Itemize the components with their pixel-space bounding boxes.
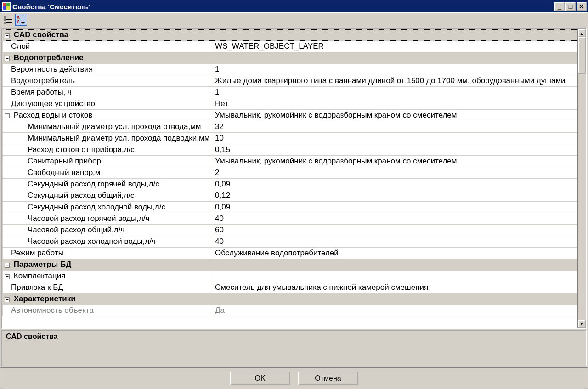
prop-sec-hot[interactable]: Секундный расход горячей воды,л/с 0,09 — [3, 179, 577, 190]
prop-consumer[interactable]: Водопотребитель Жилые дома квартирного т… — [3, 75, 577, 87]
collapse-icon[interactable]: − — [5, 263, 10, 268]
category-label: Водопотребление — [14, 53, 84, 62]
prop-free-head[interactable]: Свободный напор,м 2 — [3, 167, 577, 179]
categorized-view-button[interactable] — [2, 14, 14, 26]
prop-water-drain-flow[interactable]: − Расход воды и стоков Умывальник, руком… — [3, 110, 577, 121]
ok-button[interactable]: OK — [230, 372, 290, 385]
description-pane: CAD свойства — [1, 330, 587, 366]
collapse-icon[interactable]: − — [5, 113, 10, 118]
category-label: Характеристики — [14, 294, 76, 303]
title-bar[interactable]: Свойства 'Смеситель' _ □ ✕ — [0, 0, 588, 12]
toolbar: AZ — [0, 12, 588, 27]
prop-kit[interactable]: + Комплектация — [3, 271, 577, 282]
prop-drain-flow[interactable]: Расход стоков от прибора,л/с 0,15 — [3, 144, 577, 156]
expand-icon[interactable]: + — [5, 274, 10, 279]
prop-probability[interactable]: Вероятность действия 1 — [3, 64, 577, 75]
property-grid-body: − CAD свойства Слой WS_WATER_OBJECT_LAYE… — [3, 29, 577, 316]
category-water-consumption[interactable]: − Водопотребление — [3, 52, 577, 64]
collapse-icon[interactable]: − — [5, 56, 10, 61]
prop-sanitary-device[interactable]: Санитарный прибор Умывальник, рукомойник… — [3, 156, 577, 167]
cancel-button[interactable]: Отмена — [298, 372, 358, 385]
scroll-up-button[interactable]: ▲ — [578, 29, 586, 37]
collapse-icon[interactable]: − — [5, 297, 10, 302]
app-icon — [2, 2, 11, 11]
category-characteristics[interactable]: − Характеристики — [3, 293, 577, 305]
category-label: Параметры БД — [14, 260, 72, 269]
categorized-icon — [4, 16, 12, 24]
prop-mode[interactable]: Режим работы Обслуживание водопотребител… — [3, 248, 577, 259]
prop-autonomy[interactable]: Автономность объекта Да — [3, 305, 577, 316]
properties-window: Свойства 'Смеситель' _ □ ✕ AZ — [0, 0, 588, 389]
prop-sec-total[interactable]: Секундный расход общий,л/с 0,12 — [3, 190, 577, 202]
prop-sec-cold[interactable]: Секундный расход холодной воды,л/с 0,09 — [3, 202, 577, 213]
prop-min-d-in[interactable]: Минимальный диаметр усл. прохода подводк… — [3, 133, 577, 144]
prop-min-d-out[interactable]: Минимальный диаметр усл. прохода отвода,… — [3, 121, 577, 133]
collapse-icon[interactable]: − — [5, 33, 10, 38]
maximize-button[interactable]: □ — [565, 2, 576, 11]
property-grid: − CAD свойства Слой WS_WATER_OBJECT_LAYE… — [1, 28, 587, 329]
dialog-button-bar: OK Отмена — [0, 367, 588, 389]
prop-layer[interactable]: Слой WS_WATER_OBJECT_LAYER — [3, 41, 577, 52]
prop-worktime[interactable]: Время работы, ч 1 — [3, 87, 577, 98]
chevron-up-icon: ▲ — [580, 31, 584, 36]
prop-db-bind[interactable]: Привязка к БД Смеситель для умывальника … — [3, 282, 577, 293]
scroll-down-button[interactable]: ▼ — [578, 320, 586, 328]
description-title: CAD свойства — [6, 333, 582, 341]
minimize-button[interactable]: _ — [554, 2, 565, 11]
prop-hr-total[interactable]: Часовой расход общий,л/ч 60 — [3, 225, 577, 236]
alphabetical-view-button[interactable]: AZ — [15, 14, 27, 26]
prop-hr-cold[interactable]: Часовой расход холодной воды,л/ч 40 — [3, 236, 577, 248]
vertical-scrollbar[interactable]: ▲ ▼ — [577, 29, 586, 328]
sort-az-icon: AZ — [17, 15, 26, 24]
prop-dictating-device[interactable]: Диктующее устройство Нет — [3, 98, 577, 110]
window-title: Свойства 'Смеситель' — [12, 3, 554, 11]
category-cad[interactable]: − CAD свойства — [3, 29, 577, 41]
category-db-params[interactable]: − Параметры БД — [3, 259, 577, 271]
prop-hr-hot[interactable]: Часовой расход горячей воды,л/ч 40 — [3, 213, 577, 225]
chevron-down-icon: ▼ — [580, 321, 584, 327]
category-label: CAD свойства — [14, 30, 69, 39]
value-cell[interactable]: WS_WATER_OBJECT_LAYER — [213, 41, 577, 52]
scroll-thumb[interactable] — [578, 37, 586, 74]
close-button[interactable]: ✕ — [577, 2, 587, 11]
